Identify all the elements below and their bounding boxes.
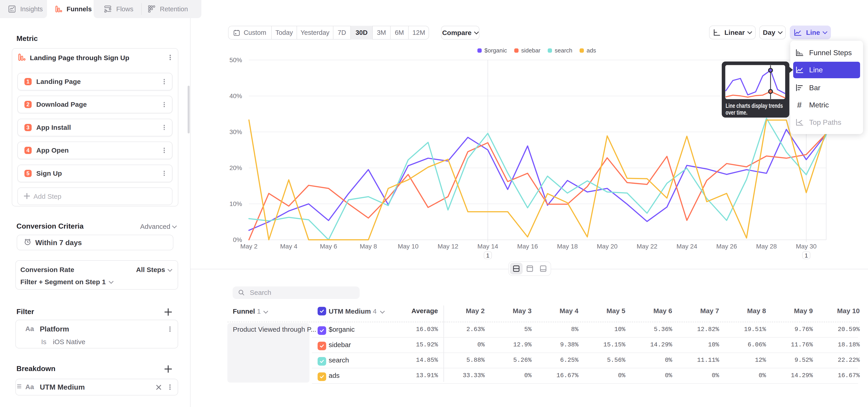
- svg-text:May 2: May 2: [240, 243, 257, 250]
- svg-text:May 26: May 26: [716, 243, 737, 250]
- svg-text:50%: 50%: [229, 57, 242, 64]
- svg-text:May 20: May 20: [597, 243, 618, 250]
- svg-text:May 8: May 8: [360, 243, 377, 250]
- svg-text:30%: 30%: [229, 128, 242, 135]
- svg-text:May 10: May 10: [398, 243, 418, 250]
- svg-text:May 14: May 14: [477, 243, 498, 250]
- svg-text:10%: 10%: [229, 200, 242, 207]
- svg-text:20%: 20%: [229, 164, 242, 171]
- svg-text:May 4: May 4: [280, 243, 297, 250]
- svg-text:0%: 0%: [233, 236, 242, 243]
- svg-text:May 30: May 30: [796, 243, 817, 250]
- svg-text:May 24: May 24: [677, 243, 698, 250]
- svg-text:May 28: May 28: [756, 243, 777, 250]
- svg-text:May 22: May 22: [637, 243, 657, 250]
- svg-text:40%: 40%: [229, 92, 242, 99]
- svg-text:May 16: May 16: [517, 243, 538, 250]
- svg-text:May 18: May 18: [557, 243, 578, 250]
- svg-text:May 12: May 12: [438, 243, 458, 250]
- svg-text:May 6: May 6: [320, 243, 337, 250]
